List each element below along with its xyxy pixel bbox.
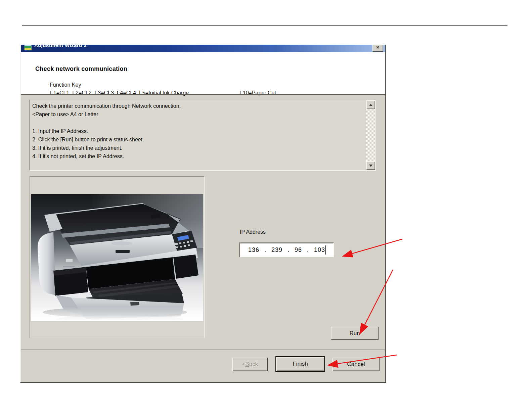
printer-image-frame [30, 176, 205, 338]
ip-address-label: IP Address [240, 229, 266, 235]
scroll-down-icon [369, 165, 372, 167]
instruction-line: 4. If it's not printed, set the IP Addre… [32, 152, 364, 161]
function-key-label: Function Key [50, 82, 81, 88]
ip-address-value: 136 . 239 . 96 . 103 [248, 246, 325, 254]
instruction-line [32, 119, 364, 127]
instruction-line: 3. If it is printed, finish the adjustme… [32, 144, 364, 152]
instruction-line: <Paper to use> A4 or Letter [32, 110, 364, 119]
printer-illustration [31, 194, 203, 321]
adjustment-wizard-window: Adjustment Wizard 2 × Check network comm… [20, 45, 386, 383]
header-separator [21, 94, 385, 95]
back-label-accesskey: B [246, 361, 249, 368]
close-button[interactable]: × [372, 45, 383, 52]
printer-photo [31, 194, 203, 321]
instruction-line: Check the printer communication through … [32, 102, 364, 110]
scrollbar-track[interactable] [366, 109, 375, 161]
finish-button-default-ring: Finish [275, 356, 325, 372]
run-button[interactable]: Run [331, 327, 379, 340]
ip-address-field[interactable]: 136 . 239 . 96 . 103 [239, 242, 334, 257]
back-button[interactable]: < Back [232, 358, 268, 371]
instruction-line: 1. Input the IP Address. [32, 127, 364, 135]
window-titlebar[interactable]: Adjustment Wizard 2 × [21, 45, 385, 52]
instruction-line: 2. Click the [Run] button to print a sta… [32, 135, 364, 144]
instruction-text: Check the printer communication through … [32, 102, 364, 161]
footer-separator [21, 349, 385, 350]
scroll-up-icon [369, 104, 372, 106]
text-caret [325, 245, 326, 255]
window-title: Adjustment Wizard 2 [34, 45, 87, 48]
function-key-list: F1=CL1 F2=CL2 F3=CL3 F4=CL4 F5=Initial I… [50, 90, 189, 96]
back-label-prefix: < [242, 361, 246, 368]
page: { "window": { "title": "Adjustment Wizar… [0, 0, 532, 411]
instruction-textbox[interactable]: Check the printer communication through … [29, 100, 376, 171]
function-key-f10: F10=Paper Cut [239, 90, 276, 96]
wizard-header: Check network communication Function Key… [21, 52, 385, 94]
finish-button[interactable]: Finish [276, 357, 324, 371]
vertical-scrollbar[interactable] [366, 100, 375, 170]
page-top-rule [22, 25, 507, 26]
app-icon [24, 45, 32, 50]
scroll-down-button[interactable] [366, 161, 375, 170]
page-title: Check network communication [35, 65, 127, 73]
scroll-up-button[interactable] [366, 100, 375, 109]
back-label-suffix: ack [249, 361, 258, 368]
cancel-button[interactable]: Cancel [332, 358, 380, 371]
